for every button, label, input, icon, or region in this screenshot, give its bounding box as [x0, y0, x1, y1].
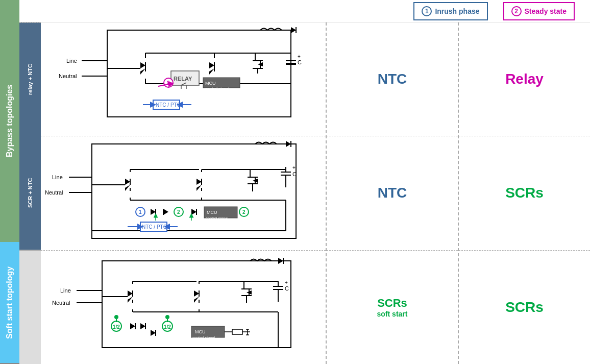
soft-steady-cell: SCRs: [459, 251, 590, 364]
svg-text:C: C: [298, 59, 302, 65]
svg-marker-19: [209, 62, 214, 68]
scr-ntc-svg: C +: [41, 136, 326, 250]
svg-text:+: +: [298, 54, 301, 59]
svg-text:Neutral: Neutral: [52, 300, 70, 306]
svg-marker-163: [130, 323, 135, 329]
soft-steady-value: SCRs: [505, 299, 544, 316]
svg-text:1: 1: [139, 209, 142, 215]
soft-start-topology-label: Soft start topology: [0, 242, 19, 364]
relay-inrush-value: NTC: [378, 71, 407, 87]
svg-text:Neutral: Neutral: [45, 189, 63, 196]
svg-marker-15: [140, 62, 145, 68]
relay-steady-value: Relay: [505, 71, 544, 87]
scr-ntc-circuit: C +: [41, 136, 326, 250]
inrush-column: NTC NTC SCRs soft start: [327, 22, 459, 364]
columns-area: C +: [41, 22, 590, 364]
top-header: 1 Inrush phase 2 Steady state: [19, 0, 590, 22]
body-rows: relay + NTC SCR + NTC: [19, 22, 590, 364]
svg-text:+: +: [285, 280, 288, 285]
svg-text:C: C: [285, 285, 289, 292]
svg-marker-167: [151, 330, 156, 336]
inrush-badge-label: Inrush phase: [435, 7, 479, 15]
soft-inrush-line2: soft start: [377, 310, 408, 318]
svg-point-171: [165, 315, 169, 319]
svg-marker-61: [286, 141, 291, 147]
inrush-phase-badge: 1 Inrush phase: [413, 2, 487, 20]
soft-inrush-cell: SCRs soft start: [327, 251, 458, 364]
scr-steady-value: SCRs: [505, 185, 544, 201]
relay-ntc-svg: C +: [41, 22, 326, 130]
svg-text:Line: Line: [52, 174, 63, 180]
svg-text:control signal: control signal: [192, 335, 215, 340]
steady-column: Relay SCRs SCRs: [459, 22, 590, 364]
steady-state-badge: 2 Steady state: [503, 2, 575, 20]
relay-ntc-label: relay + NTC: [19, 22, 41, 136]
svg-text:control signal: control signal: [206, 216, 229, 221]
info-columns: NTC NTC SCRs soft start: [327, 22, 590, 364]
svg-text:MCU: MCU: [205, 81, 216, 86]
svg-text:MCU: MCU: [207, 210, 217, 215]
svg-marker-72: [125, 185, 130, 191]
svg-text:NTC / PTC: NTC / PTC: [156, 102, 181, 108]
svg-marker-165: [140, 323, 145, 329]
scr-ntc-label: SCR + NTC: [19, 136, 41, 250]
svg-text:NTC / PTC: NTC / PTC: [142, 224, 167, 230]
svg-marker-106: [191, 209, 196, 215]
relay-steady-cell: Relay: [459, 22, 590, 136]
bypass-topologies-label: Bypass topologies: [0, 0, 19, 242]
svg-text:Line: Line: [60, 287, 71, 294]
svg-point-161: [114, 315, 118, 319]
svg-text:2: 2: [177, 209, 180, 215]
page-layout: Bypass topologies Soft start topology 1 …: [0, 0, 590, 364]
scr-inrush-cell: NTC: [327, 136, 458, 250]
inner-layout: 1 Inrush phase 2 Steady state relay + NT…: [19, 0, 590, 364]
scr-inrush-value: NTC: [378, 185, 407, 201]
svg-marker-17: [140, 68, 145, 75]
soft-start-svg: C +: [41, 251, 326, 360]
svg-rect-177: [232, 329, 242, 334]
relay-ntc-circuit: C +: [41, 22, 326, 136]
svg-marker-139: [194, 297, 199, 303]
svg-text:2: 2: [242, 209, 245, 215]
steady-badge-label: Steady state: [525, 7, 567, 15]
svg-marker-137: [194, 290, 199, 297]
soft-start-circuit: C +: [41, 251, 326, 364]
far-left-labels: Bypass topologies Soft start topology: [0, 0, 19, 364]
svg-marker-122: [278, 258, 283, 264]
svg-text:+: +: [292, 165, 296, 171]
sub-labels: relay + NTC SCR + NTC: [19, 22, 41, 364]
svg-text:MCU: MCU: [195, 329, 206, 334]
svg-text:Neutral: Neutral: [59, 73, 77, 79]
soft-inrush-line1: SCRs: [377, 297, 408, 310]
steady-badge-num: 2: [511, 6, 522, 16]
svg-marker-100: [151, 209, 156, 215]
relay-inrush-cell: NTC: [327, 22, 458, 136]
svg-marker-70: [125, 179, 130, 185]
svg-marker-131: [128, 290, 133, 297]
svg-text:control signal: control signal: [205, 86, 229, 91]
svg-marker-76: [196, 179, 202, 185]
svg-text:Line: Line: [66, 58, 77, 64]
svg-marker-133: [128, 297, 133, 303]
svg-text:C: C: [292, 171, 297, 177]
svg-marker-102: [163, 209, 168, 215]
svg-rect-58: [92, 144, 296, 238]
scr-steady-cell: SCRs: [459, 136, 590, 250]
svg-text:1/2: 1/2: [164, 324, 171, 330]
circuit-column: C +: [41, 22, 327, 364]
svg-marker-21: [209, 68, 214, 75]
inrush-badge-num: 1: [422, 6, 432, 16]
svg-text:1/2: 1/2: [113, 324, 120, 330]
svg-text:RELAY: RELAY: [174, 76, 192, 82]
svg-marker-78: [196, 185, 202, 191]
